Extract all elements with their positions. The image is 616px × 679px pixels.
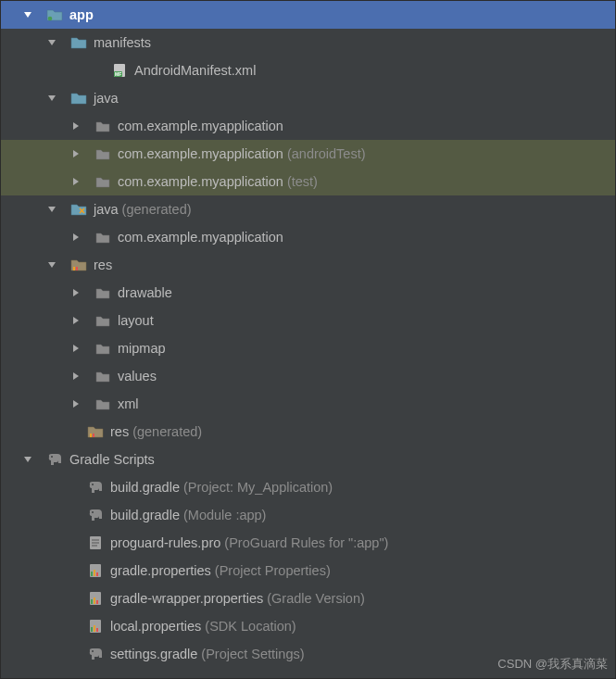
tree-item-label: res	[110, 424, 129, 439]
tree-item[interactable]: drawable	[1, 279, 615, 307]
properties-icon	[86, 617, 105, 635]
properties-icon	[86, 561, 105, 580]
tree-item-label: mipmap	[118, 341, 166, 356]
tree-item[interactable]: MFAndroidManifest.xml	[1, 57, 615, 84]
tree-item-label: java	[94, 202, 119, 217]
chevron-right-icon[interactable]	[68, 316, 84, 325]
tree-item[interactable]: layout	[1, 307, 615, 334]
tree-item-label: manifests	[94, 35, 151, 50]
chevron-right-icon[interactable]	[68, 177, 84, 186]
chevron-right-icon[interactable]	[68, 121, 84, 131]
tree-item[interactable]: java	[1, 84, 615, 112]
tree-item-label: app	[69, 7, 94, 22]
tree-item-label: values	[118, 369, 157, 384]
tree-item[interactable]: res(generated)	[1, 418, 615, 446]
project-tree[interactable]: appmanifestsMFAndroidManifest.xmljavacom…	[1, 1, 615, 668]
chevron-down-icon[interactable]	[44, 260, 60, 270]
chevron-right-icon[interactable]	[68, 399, 84, 409]
svg-rect-25	[94, 625, 95, 632]
svg-rect-18	[96, 572, 98, 576]
tree-item-label: layout	[118, 313, 154, 328]
tree-item-suffix: (SDK Location)	[205, 619, 295, 634]
tree-item[interactable]: com.example.myapplication(test)	[1, 168, 615, 195]
svg-point-0	[48, 17, 53, 21]
properties-icon	[86, 589, 105, 608]
tree-item-label: local.properties	[110, 619, 201, 634]
tree-item-suffix: (Module :app)	[183, 508, 266, 522]
package-icon	[94, 145, 112, 163]
tree-item-label: com.example.myapplication	[118, 119, 283, 133]
tree-item[interactable]: xml	[1, 390, 615, 418]
chevron-right-icon[interactable]	[68, 344, 84, 353]
chevron-right-icon[interactable]	[68, 371, 84, 381]
tree-item[interactable]: com.example.myapplication	[1, 112, 615, 140]
tree-item[interactable]: manifests	[1, 29, 615, 57]
tree-item[interactable]: Gradle Scripts	[1, 446, 615, 473]
tree-item[interactable]: proguard-rules.pro(ProGuard Rules for ":…	[1, 529, 615, 557]
chevron-down-icon[interactable]	[19, 455, 36, 464]
tree-item-suffix: (Project: My_Application)	[183, 480, 333, 495]
tree-item[interactable]: values	[1, 362, 615, 390]
tree-item-label: com.example.myapplication	[118, 230, 283, 245]
tree-item-label: com.example.myapplication	[118, 146, 283, 161]
tree-item-suffix: (Gradle Version)	[267, 591, 365, 606]
tree-item-label: proguard-rules.pro	[110, 535, 220, 550]
package-icon	[94, 172, 112, 191]
tree-item-label: res	[94, 258, 112, 272]
svg-rect-6	[90, 434, 92, 437]
package-icon	[94, 395, 112, 413]
tree-item[interactable]: res	[1, 251, 615, 279]
tree-item-suffix: (Project Settings)	[201, 647, 304, 661]
tree-item-label: java	[94, 91, 119, 106]
tree-item[interactable]: com.example.myapplication	[1, 223, 615, 251]
tree-item-suffix: (ProGuard Rules for ":app")	[224, 535, 388, 550]
tree-item[interactable]: gradle-wrapper.properties(Gradle Version…	[1, 585, 615, 612]
tree-item-label: drawable	[118, 285, 172, 300]
chevron-down-icon[interactable]	[19, 10, 36, 19]
chevron-down-icon[interactable]	[44, 94, 60, 103]
tree-item-suffix: (generated)	[132, 424, 202, 439]
chevron-right-icon[interactable]	[68, 288, 84, 297]
elephant-icon	[86, 645, 105, 663]
tree-item[interactable]: app	[1, 1, 615, 29]
tree-item[interactable]: local.properties(SDK Location)	[1, 612, 615, 640]
tree-item-suffix: (androidTest)	[287, 146, 366, 161]
svg-rect-22	[96, 600, 98, 604]
tree-item-suffix: (test)	[287, 174, 318, 189]
chevron-right-icon[interactable]	[68, 149, 84, 158]
svg-point-27	[92, 650, 94, 652]
chevron-down-icon[interactable]	[44, 205, 60, 214]
tree-item[interactable]: gradle.properties(Project Properties)	[1, 557, 615, 585]
tree-item-label: xml	[118, 396, 139, 411]
package-icon	[94, 117, 112, 135]
tree-item-label: build.gradle	[110, 508, 180, 522]
tree-item-suffix: (generated)	[122, 202, 192, 217]
textfile-icon	[86, 534, 105, 552]
svg-rect-26	[96, 628, 98, 632]
tree-item-label: gradle.properties	[110, 563, 211, 578]
tree-item[interactable]: build.gradle(Project: My_Application)	[1, 473, 615, 501]
svg-rect-4	[73, 267, 75, 270]
folder-blue-icon	[69, 33, 88, 52]
tree-item[interactable]: com.example.myapplication(androidTest)	[1, 140, 615, 168]
tree-item[interactable]: java(generated)	[1, 195, 615, 223]
manifest-icon: MF	[110, 61, 129, 80]
svg-rect-24	[91, 627, 93, 632]
tree-item[interactable]: mipmap	[1, 334, 615, 362]
package-icon	[94, 311, 112, 330]
folder-blue-icon	[69, 89, 88, 107]
svg-text:MF: MF	[115, 71, 121, 77]
folder-res-icon	[86, 422, 105, 441]
chevron-right-icon[interactable]	[68, 233, 84, 242]
svg-rect-5	[76, 267, 78, 270]
folder-blue-dot-icon	[45, 6, 64, 24]
svg-rect-21	[94, 597, 95, 604]
tree-item-suffix: (Project Properties)	[215, 563, 331, 578]
package-icon	[94, 367, 112, 385]
elephant-icon	[86, 506, 105, 524]
tree-item-label: AndroidManifest.xml	[134, 63, 256, 78]
elephant-icon	[45, 450, 64, 469]
chevron-down-icon[interactable]	[44, 38, 60, 47]
tree-item[interactable]: build.gradle(Module :app)	[1, 501, 615, 529]
elephant-icon	[86, 478, 105, 497]
